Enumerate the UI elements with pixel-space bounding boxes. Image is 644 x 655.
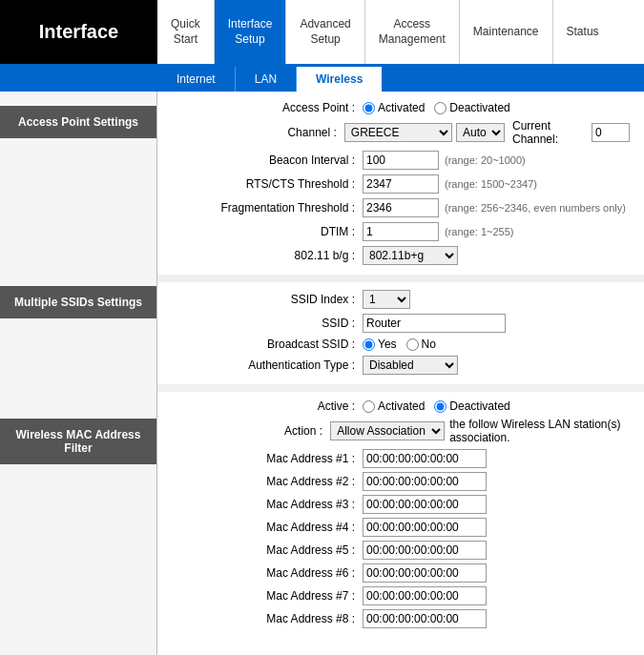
mac-deactivated-label[interactable]: Deactivated [434, 399, 509, 413]
ssid-input[interactable] [363, 314, 506, 333]
dtim-input[interactable] [363, 222, 439, 241]
sidebar-item-multiple-ssids[interactable]: Multiple SSIDs Settings [0, 286, 156, 318]
mac-input-1[interactable] [363, 449, 487, 468]
activated-radio-label[interactable]: Activated [363, 101, 425, 114]
mac-label-7: Mac Address #7 : [172, 589, 363, 603]
tab-quick-start[interactable]: Quick Start [157, 0, 215, 64]
content-area: Access Point : Activated Deactivated C [157, 92, 644, 655]
mac-activated-radio[interactable] [363, 400, 375, 413]
mac-address-row: Mac Address #3 : [172, 495, 630, 514]
channel-label: Channel : [172, 126, 344, 139]
broadcast-no-radio[interactable] [406, 338, 419, 351]
mac-address-row: Mac Address #4 : [172, 518, 630, 537]
mac-input-2[interactable] [363, 472, 487, 491]
current-channel-input[interactable] [592, 123, 630, 142]
wireless-mac-section: Active : Activated Deactivated Action [172, 399, 630, 628]
tab-status[interactable]: Status [553, 0, 613, 64]
active-label: Active : [172, 399, 363, 413]
mac-label-8: Mac Address #8 : [172, 612, 363, 625]
auth-type-select[interactable]: Disabled [363, 356, 458, 375]
mac-addresses-list: Mac Address #1 : Mac Address #2 : Mac Ad… [172, 449, 630, 628]
tab-interface-setup[interactable]: Interface Setup [215, 0, 287, 64]
mac-input-5[interactable] [363, 541, 487, 560]
ssid-index-label: SSID Index : [172, 293, 363, 306]
mac-deactivated-radio[interactable] [434, 400, 447, 413]
deactivated-radio[interactable] [434, 102, 447, 114]
ssid-label: SSID : [172, 317, 363, 330]
sidebar-item-access-point[interactable]: Access Point Settings [0, 106, 156, 138]
frag-range: (range: 256~2346, even numbers only) [445, 202, 626, 214]
multiple-ssids-section: SSID Index : 1 SSID : Broadcast SSID : [172, 290, 630, 375]
broadcast-yes-label[interactable]: Yes [363, 338, 397, 351]
dtim-label: DTIM : [172, 225, 363, 238]
auto-select[interactable]: Auto [456, 123, 505, 142]
mac-label-2: Mac Address #2 : [172, 475, 363, 488]
ssid-index-select[interactable]: 1 [363, 290, 410, 309]
beacon-label: Beacon Interval : [172, 154, 363, 167]
action-select[interactable]: Allow Association [330, 421, 445, 440]
80211-select[interactable]: 802.11b+g [363, 246, 458, 265]
mac-address-row: Mac Address #5 : [172, 541, 630, 560]
deactivated-radio-label[interactable]: Deactivated [434, 101, 509, 114]
broadcast-no-label[interactable]: No [406, 338, 436, 351]
broadcast-ssid-label: Broadcast SSID : [172, 338, 363, 351]
mac-input-4[interactable] [363, 518, 487, 537]
beacon-input[interactable] [363, 151, 439, 170]
subtab-wireless[interactable]: Wireless [297, 67, 382, 92]
subtab-internet[interactable]: Internet [157, 67, 236, 92]
auth-type-label: Authentication Type : [172, 358, 363, 372]
frag-input[interactable] [363, 198, 439, 217]
mac-input-6[interactable] [363, 563, 487, 583]
current-channel-label: Current Channel: [512, 119, 588, 146]
sidebar-item-wireless-mac[interactable]: Wireless MAC Address Filter [0, 419, 156, 464]
mac-label-5: Mac Address #5 : [172, 543, 363, 557]
beacon-range: (range: 20~1000) [445, 154, 526, 166]
80211-label: 802.11 b/g : [172, 249, 363, 262]
mac-input-7[interactable] [363, 586, 487, 605]
mac-address-row: Mac Address #6 : [172, 563, 630, 583]
mac-label-6: Mac Address #6 : [172, 566, 363, 580]
tab-advanced-setup[interactable]: Advanced Setup [286, 0, 364, 64]
mac-address-row: Mac Address #1 : [172, 449, 630, 468]
mac-label-1: Mac Address #1 : [172, 452, 363, 465]
access-point-section: Access Point : Activated Deactivated C [172, 101, 630, 265]
access-point-label: Access Point : [172, 101, 363, 114]
logo: Interface [0, 0, 157, 64]
activated-radio[interactable] [363, 102, 375, 114]
dtim-range: (range: 1~255) [445, 226, 513, 237]
subtab-lan[interactable]: LAN [236, 67, 297, 92]
channel-select[interactable]: GREECE [344, 123, 452, 142]
sidebar: Access Point Settings Multiple SSIDs Set… [0, 92, 157, 655]
action-label: Action : [172, 424, 330, 438]
mac-label-3: Mac Address #3 : [172, 498, 363, 511]
action-suffix: the follow Wireless LAN station(s) assoc… [449, 418, 630, 444]
mac-address-row: Mac Address #7 : [172, 586, 630, 605]
mac-activated-label[interactable]: Activated [363, 399, 425, 413]
broadcast-yes-radio[interactable] [363, 338, 375, 351]
mac-input-3[interactable] [363, 495, 487, 514]
tab-maintenance[interactable]: Maintenance [460, 0, 553, 64]
rts-range: (range: 1500~2347) [445, 178, 537, 190]
mac-label-4: Mac Address #4 : [172, 521, 363, 534]
mac-address-row: Mac Address #8 : [172, 609, 630, 628]
mac-input-8[interactable] [363, 609, 487, 628]
mac-address-row: Mac Address #2 : [172, 472, 630, 491]
tab-access-management[interactable]: Access Management [365, 0, 460, 64]
frag-label: Fragmentation Threshold : [172, 201, 363, 215]
rts-label: RTS/CTS Threshold : [172, 177, 363, 191]
rts-input[interactable] [363, 174, 439, 194]
